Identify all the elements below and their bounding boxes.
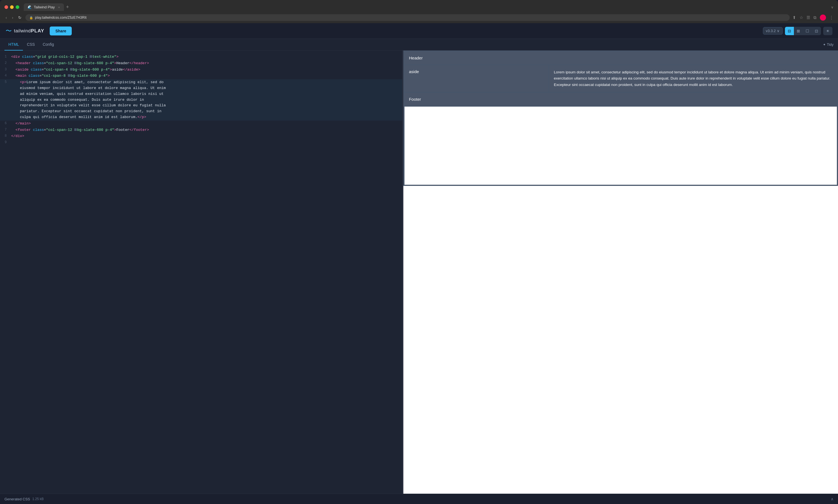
minimize-button[interactable] bbox=[10, 5, 14, 9]
version-chevron-icon: ∨ bbox=[777, 29, 780, 33]
share-button[interactable]: Share bbox=[50, 26, 72, 35]
tab-bar: 🌊 Tailwind Play × + bbox=[24, 3, 829, 11]
sidebar-toggle-icon[interactable]: ⧉ bbox=[814, 15, 817, 20]
css-bar-info: Generated CSS 1.25 kB bbox=[4, 497, 43, 501]
traffic-lights bbox=[4, 5, 19, 9]
css-bar-toggle-icon[interactable]: ∧ bbox=[831, 497, 834, 501]
preview-white-area bbox=[405, 107, 837, 185]
share-browser-icon[interactable]: ⬆ bbox=[792, 15, 796, 20]
logo-text: tailwindPLAY bbox=[14, 28, 44, 34]
layout-split-horizontal-button[interactable]: ⊠ bbox=[794, 27, 803, 35]
tidy-icon: ✦ bbox=[823, 43, 826, 47]
tab-css-label: CSS bbox=[27, 42, 35, 47]
close-button[interactable] bbox=[4, 5, 8, 9]
title-bar: 🌊 Tailwind Play × + ∨ bbox=[0, 0, 838, 13]
menu-icon[interactable]: ⋮ bbox=[830, 15, 834, 20]
browser-actions: ⬆ ☆ ☰ ⧉ ⋮ bbox=[792, 15, 834, 21]
version-badge[interactable]: v3.3.2 ∨ bbox=[763, 27, 783, 35]
preview-header-text: Header bbox=[409, 56, 423, 60]
code-line-5: 5 <p>Lorem ipsum dolor sit amet, consect… bbox=[0, 79, 402, 121]
code-line-6: 6 </main> bbox=[0, 121, 402, 127]
window-controls[interactable]: ∨ bbox=[831, 5, 834, 9]
code-line-9: 9 bbox=[0, 140, 402, 145]
layout-editor-button[interactable]: ⊡ bbox=[812, 27, 821, 35]
preview-main: Lorem ipsum dolor sit amet, consectetur … bbox=[549, 65, 837, 92]
css-bar-size: 1.25 kB bbox=[32, 497, 44, 501]
browser-chrome: 🌊 Tailwind Play × + ∨ ‹ › ↻ 🔒 play.tailw… bbox=[0, 0, 838, 23]
logo-area: 〜 tailwindPLAY bbox=[5, 27, 44, 35]
code-line-7: 7 <footer class="col-span-12 bg-slate-60… bbox=[0, 127, 402, 133]
tab-config[interactable]: Config bbox=[39, 39, 58, 51]
header-right: v3.3.2 ∨ ⊟ ⊠ ☐ ⊡ ☀ bbox=[763, 27, 833, 35]
layout-preview-button[interactable]: ☐ bbox=[803, 27, 812, 35]
code-line-1: 1 <div class="grid grid-cols-12 gap-1 te… bbox=[0, 54, 402, 60]
tab-config-label: Config bbox=[43, 42, 54, 47]
logo-plain: tailwind bbox=[14, 28, 31, 34]
preview-aside-text: aside bbox=[409, 69, 419, 74]
code-line-8: 8 </div> bbox=[0, 133, 402, 140]
preview-header: Header bbox=[405, 52, 837, 64]
address-input[interactable]: 🔒 play.tailwindcss.com/Z5zE7H3RIt bbox=[25, 14, 790, 21]
logo-bold: PLAY bbox=[31, 28, 44, 34]
tailwind-logo-icon: 〜 bbox=[5, 27, 12, 35]
layout-buttons: ⊟ ⊠ ☐ ⊡ bbox=[785, 27, 821, 35]
main-content: 1 <div class="grid grid-cols-12 gap-1 te… bbox=[0, 51, 838, 494]
code-line-2: 2 <header class="col-span-12 bg-slate-60… bbox=[0, 60, 402, 67]
address-text: play.tailwindcss.com/Z5zE7H3RIt bbox=[35, 16, 87, 20]
preview-panel: Header aside Lorem ipsum dolor sit amet,… bbox=[403, 51, 838, 494]
css-bar[interactable]: Generated CSS 1.25 kB ∧ bbox=[0, 494, 838, 504]
tab-html[interactable]: HTML bbox=[4, 39, 23, 51]
code-editor[interactable]: 1 <div class="grid grid-cols-12 gap-1 te… bbox=[0, 51, 402, 494]
preview-footer: Footer bbox=[405, 93, 837, 106]
preview-content: Header aside Lorem ipsum dolor sit amet,… bbox=[403, 51, 838, 186]
address-bar: ‹ › ↻ 🔒 play.tailwindcss.com/Z5zE7H3RIt … bbox=[0, 13, 838, 23]
bookmark-icon[interactable]: ☆ bbox=[800, 15, 803, 20]
tidy-label: Tidy bbox=[827, 42, 834, 47]
code-line-3: 3 <aside class="col-span-4 bg-slate-600 … bbox=[0, 67, 402, 73]
user-avatar[interactable] bbox=[820, 15, 826, 21]
preview-body-row: aside Lorem ipsum dolor sit amet, consec… bbox=[405, 65, 837, 92]
tab-favicon-icon: 🌊 bbox=[28, 5, 32, 9]
app-header: 〜 tailwindPLAY Share v3.3.2 ∨ ⊟ ⊠ ☐ ⊡ ☀ bbox=[0, 23, 838, 39]
version-text: v3.3.2 bbox=[766, 29, 776, 33]
reading-list-icon[interactable]: ☰ bbox=[806, 15, 810, 20]
lock-icon: 🔒 bbox=[29, 16, 33, 20]
layout-split-vertical-button[interactable]: ⊟ bbox=[785, 27, 794, 35]
code-line-4: 4 <main class="col-span-8 bg-slate-600 p… bbox=[0, 73, 402, 79]
browser-tab[interactable]: 🌊 Tailwind Play × bbox=[24, 3, 64, 11]
app-wrapper: 〜 tailwindPLAY Share v3.3.2 ∨ ⊟ ⊠ ☐ ⊡ ☀ … bbox=[0, 23, 838, 504]
preview-iframe[interactable]: Header aside Lorem ipsum dolor sit amet,… bbox=[403, 51, 838, 494]
maximize-button[interactable] bbox=[16, 5, 19, 9]
preview-main-text: Lorem ipsum dolor sit amet, consectetur … bbox=[554, 70, 831, 87]
tab-html-label: HTML bbox=[8, 42, 19, 47]
tidy-button[interactable]: ✦ Tidy bbox=[823, 42, 834, 47]
tab-title: Tailwind Play bbox=[34, 5, 55, 9]
refresh-button[interactable]: ↻ bbox=[17, 15, 23, 20]
theme-toggle-button[interactable]: ☀ bbox=[823, 27, 833, 35]
preview-aside: aside bbox=[405, 65, 548, 92]
tab-close-icon[interactable]: × bbox=[58, 5, 60, 9]
back-button[interactable]: ‹ bbox=[4, 15, 8, 20]
preview-footer-text: Footer bbox=[409, 97, 421, 102]
forward-button[interactable]: › bbox=[11, 15, 15, 20]
tab-css[interactable]: CSS bbox=[23, 39, 39, 51]
editor-tabs: HTML CSS Config ✦ Tidy bbox=[0, 39, 838, 51]
new-tab-button[interactable]: + bbox=[64, 4, 71, 10]
css-bar-label: Generated CSS bbox=[4, 497, 30, 501]
